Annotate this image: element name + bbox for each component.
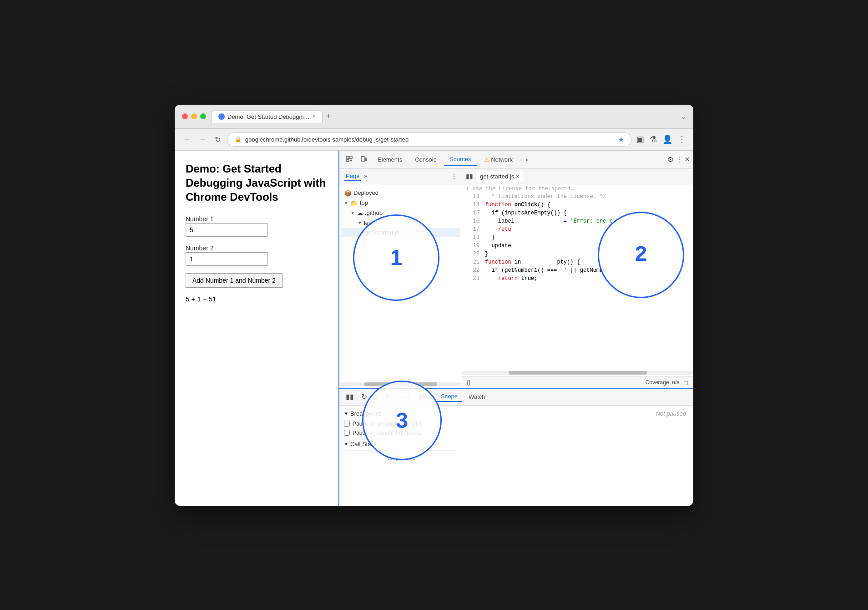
step-out-button[interactable]: ↑ bbox=[384, 392, 391, 402]
number2-input[interactable] bbox=[186, 252, 267, 266]
result-text: 5 + 1 = 51 bbox=[186, 295, 327, 303]
console-tab[interactable]: Console bbox=[409, 153, 442, 166]
pause-uncaught-checkbox[interactable] bbox=[344, 421, 350, 427]
profile-icon[interactable]: 👤 bbox=[662, 134, 672, 144]
back-button[interactable]: ← bbox=[182, 133, 193, 145]
code-tab-show-navigator[interactable]: ▮▮ bbox=[466, 173, 473, 180]
number1-label: Number 1 bbox=[186, 215, 213, 223]
pause-button[interactable]: ▮▮ bbox=[344, 391, 356, 402]
minimize-traffic-light[interactable] bbox=[191, 113, 197, 119]
step-over-button[interactable]: ↻ bbox=[359, 391, 369, 402]
debug-left-panel: ▼ Breakpoints Pause on uncaught exceptio… bbox=[339, 406, 462, 506]
tree-arrow-icon: ▼ bbox=[358, 220, 362, 225]
tree-item-deployed[interactable]: 📦 Deployed bbox=[341, 188, 460, 198]
inspect-element-button[interactable] bbox=[343, 153, 356, 166]
callstack-label: Call Stack bbox=[350, 441, 377, 447]
devtools-toolbar: Elements Console Sources ⚠ Network » ⚙ ⋮… bbox=[339, 151, 693, 169]
code-line-14: 14 function onClick() { bbox=[462, 201, 693, 209]
device-toolbar-button[interactable] bbox=[358, 153, 370, 166]
sources-left-header: Page » ⋮ bbox=[339, 169, 462, 184]
not-paused-callstack: Not paused bbox=[344, 450, 457, 465]
title-bar: Demo: Get Started Debuggin… × + ⌄ bbox=[175, 105, 693, 129]
maximize-traffic-light[interactable] bbox=[200, 113, 206, 119]
tree-arrow-icon: ▼ bbox=[344, 200, 348, 205]
horizontal-scrollbar-left[interactable] bbox=[339, 382, 462, 386]
extensions-icon[interactable]: ▣ bbox=[636, 134, 644, 144]
svg-rect-1 bbox=[350, 156, 352, 158]
folder-icon: 📁 bbox=[350, 199, 358, 207]
lab-icon[interactable]: ⚗ bbox=[650, 134, 657, 144]
devtools-settings-icon[interactable]: ⚙ bbox=[667, 155, 674, 164]
debug-right-panel: Not paused bbox=[462, 406, 693, 506]
address-text: googlechrome.github.io/devtools-samples/… bbox=[245, 136, 614, 143]
number2-label: Number 2 bbox=[186, 244, 213, 252]
scope-tab[interactable]: Scope bbox=[436, 391, 462, 402]
breakpoints-header: ▼ Breakpoints bbox=[344, 410, 457, 417]
tab-title: Demo: Get Started Debuggin… bbox=[227, 113, 310, 120]
deactivate-breakpoints-button[interactable] bbox=[416, 391, 427, 402]
traffic-lights bbox=[182, 113, 206, 119]
debug-tabs: Scope Watch bbox=[436, 391, 490, 402]
debug-left-content: ▼ Breakpoints Pause on uncaught exceptio… bbox=[339, 406, 462, 469]
sources-header-more-icon[interactable]: ⋮ bbox=[451, 173, 457, 180]
more-tabs-button[interactable]: » bbox=[520, 153, 534, 166]
tab-close-button[interactable]: × bbox=[313, 113, 316, 120]
deployed-icon: 📦 bbox=[344, 189, 352, 197]
file-tab-close[interactable]: × bbox=[516, 173, 519, 180]
number1-input[interactable] bbox=[186, 223, 267, 237]
svg-rect-2 bbox=[347, 159, 349, 162]
pretty-print-icon[interactable]: {} bbox=[467, 379, 470, 386]
code-area[interactable]: ↑ use the License for the specif… 13 * l… bbox=[462, 184, 693, 369]
code-top-fade: ↑ use the License for the specif… bbox=[462, 184, 693, 193]
tab-chevron-icon[interactable]: ⌄ bbox=[681, 113, 686, 120]
address-bar: ← → ↻ 🔒 googlechrome.github.io/devtools-… bbox=[175, 129, 693, 151]
pause-caught-checkbox[interactable] bbox=[344, 430, 350, 436]
forward-button[interactable]: → bbox=[197, 133, 208, 145]
sources-tab[interactable]: Sources bbox=[444, 153, 477, 166]
code-line-23: 23 return true; bbox=[462, 274, 693, 283]
menu-icon[interactable]: ⋮ bbox=[678, 134, 686, 144]
tree-item-top[interactable]: ▼ 📁 top bbox=[341, 198, 460, 208]
step-button[interactable]: →→ bbox=[394, 392, 413, 402]
active-tab[interactable]: Demo: Get Started Debuggin… × bbox=[212, 110, 323, 123]
code-line-17: 17 retu bbox=[462, 225, 693, 234]
reload-button[interactable]: ↻ bbox=[213, 133, 222, 146]
debug-toolbar: ▮▮ ↻ ↓ ↑ →→ Scope Watch bbox=[339, 389, 693, 406]
devtools-more-icon[interactable]: ⋮ bbox=[676, 155, 683, 164]
address-input[interactable]: 🔒 googlechrome.github.io/devtools-sample… bbox=[227, 132, 632, 147]
devtools-panel: Elements Console Sources ⚠ Network » ⚙ ⋮… bbox=[338, 151, 693, 506]
more-tabs-icon[interactable]: » bbox=[364, 173, 367, 179]
code-line-15: 15 if (inputsAreEmpty()) { bbox=[462, 209, 693, 217]
callstack-arrow-icon: ▼ bbox=[344, 442, 348, 447]
code-line-22: 22 if (getNumber1() === '' || getNumbe bbox=[462, 266, 693, 274]
code-line-21: 21 function in pty() { bbox=[462, 258, 693, 266]
pause-caught-item[interactable]: Pause on caught exceptions bbox=[344, 430, 457, 436]
elements-tab[interactable]: Elements bbox=[372, 153, 408, 166]
tree-item-samples[interactable]: ▼ les/ bbox=[341, 218, 460, 228]
pause-uncaught-label: Pause on uncaught exceptio… bbox=[353, 421, 427, 427]
file-tab[interactable]: get-started.js × bbox=[475, 171, 524, 182]
new-tab-button[interactable]: + bbox=[326, 112, 331, 121]
devtools-close-icon[interactable]: × bbox=[685, 155, 690, 164]
step-into-button[interactable]: ↓ bbox=[373, 392, 380, 402]
add-button[interactable]: Add Number 1 and Number 2 bbox=[186, 273, 283, 288]
watch-tab[interactable]: Watch bbox=[464, 391, 490, 402]
horizontal-scrollbar-right[interactable] bbox=[462, 371, 693, 375]
browser-window: Demo: Get Started Debuggin… × + ⌄ ← → ↻ … bbox=[175, 105, 693, 506]
code-line-16: 16 label. = 'Error: one c bbox=[462, 217, 693, 225]
tree-item-getstarted[interactable]: get-started.js bbox=[341, 228, 460, 237]
debug-body: ▼ Breakpoints Pause on uncaught exceptio… bbox=[339, 406, 693, 506]
close-traffic-light[interactable] bbox=[182, 113, 188, 119]
not-paused-scope: Not paused bbox=[656, 410, 686, 417]
svg-rect-0 bbox=[347, 156, 349, 158]
breakpoints-arrow-icon: ▼ bbox=[344, 411, 348, 416]
page-tab[interactable]: Page bbox=[344, 172, 361, 181]
pause-uncaught-item[interactable]: Pause on uncaught exceptio… bbox=[344, 421, 457, 427]
tree-item-github[interactable]: ▼ ☁ .github bbox=[341, 208, 460, 218]
coverage-drawer-icon[interactable]: ◻ bbox=[683, 379, 689, 386]
bookmark-icon[interactable]: ★ bbox=[618, 135, 624, 144]
page-content: Demo: Get Started Debugging JavaScript w… bbox=[175, 151, 338, 506]
main-content: Demo: Get Started Debugging JavaScript w… bbox=[175, 151, 693, 506]
network-tab[interactable]: ⚠ Network bbox=[479, 153, 518, 166]
file-tab-label: get-started.js bbox=[480, 173, 514, 180]
